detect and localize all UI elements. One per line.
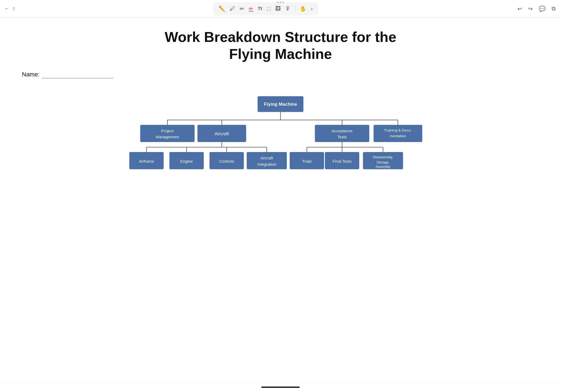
svg-text:Disassembly,: Disassembly,: [373, 155, 393, 159]
toolbar-separator: [295, 5, 295, 12]
svg-rect-34: [247, 152, 287, 169]
svg-text:Trials: Trials: [302, 159, 312, 164]
name-field: Name:: [22, 71, 113, 78]
svg-rect-25: [374, 125, 422, 142]
pages-icon[interactable]: ⧉: [551, 4, 557, 13]
page-title: Work Breakdown Structure for the Flying …: [157, 28, 404, 63]
svg-text:Final Tests: Final Tests: [333, 159, 352, 164]
svg-text:mentation: mentation: [390, 134, 406, 138]
scroll-indicator: [261, 387, 300, 388]
svg-rect-18: [140, 125, 195, 142]
svg-text:Training & Docu-: Training & Docu-: [384, 128, 412, 132]
svg-text:Acceptance: Acceptance: [332, 129, 353, 133]
eraser-icon[interactable]: ✏: [239, 4, 245, 13]
root-label: Flying Machine: [264, 102, 297, 107]
canvas-area: Work Breakdown Structure for the Flying …: [0, 18, 561, 382]
svg-text:Storage,: Storage,: [377, 161, 390, 164]
pencil-icon[interactable]: ✏️: [217, 4, 227, 13]
svg-text:Project: Project: [161, 129, 174, 133]
pen-icon[interactable]: 🖊: [229, 4, 236, 13]
top-bar-left: ← 2: [4, 6, 15, 12]
svg-text:Integration: Integration: [257, 162, 276, 167]
name-underline[interactable]: [42, 71, 113, 78]
aircraft-label: Aircraft: [214, 131, 229, 136]
top-bar: ← 2 ✏️ 🖊 ✏ ✏ Tt ⬚ 🖼 🎙 ✋ › ↩ ↪ 💬 ⧉: [0, 0, 561, 18]
hand-icon[interactable]: ✋: [299, 4, 308, 13]
page-number: 2: [13, 6, 15, 11]
toolbar: ✏️ 🖊 ✏ ✏ Tt ⬚ 🖼 🎙 ✋ ›: [213, 2, 318, 15]
bottom-bar: [0, 382, 561, 392]
name-label: Name:: [22, 71, 40, 78]
selection-icon[interactable]: ⬚: [265, 5, 272, 13]
mic-icon[interactable]: 🎙: [284, 4, 292, 13]
svg-text:Assembly: Assembly: [376, 165, 391, 168]
svg-text:Engine: Engine: [180, 159, 193, 164]
wbs-svg: Flying Machine Project Management Aircra…: [123, 95, 438, 187]
top-bar-right: ↩ ↪ 💬 ⧉: [516, 4, 557, 13]
more-icon[interactable]: ›: [310, 4, 314, 13]
svg-text:Airframe: Airframe: [139, 159, 154, 164]
marker-icon[interactable]: ✏: [248, 4, 254, 13]
back-arrow-icon: ←: [4, 6, 9, 12]
wbs-diagram: Flying Machine Project Management Aircra…: [123, 95, 438, 188]
back-button[interactable]: ←: [4, 6, 9, 12]
svg-text:Controls: Controls: [219, 159, 234, 164]
svg-rect-22: [315, 125, 369, 142]
svg-text:Aircraft: Aircraft: [261, 156, 273, 160]
window-dots: [277, 2, 284, 3]
svg-text:Management: Management: [156, 135, 179, 139]
undo-icon[interactable]: ↩: [516, 4, 523, 13]
svg-text:Tests: Tests: [337, 135, 347, 139]
text-icon[interactable]: Tt: [257, 5, 263, 13]
image-icon[interactable]: 🖼: [274, 4, 282, 13]
comment-icon[interactable]: 💬: [538, 4, 547, 13]
redo-icon[interactable]: ↪: [527, 4, 534, 13]
